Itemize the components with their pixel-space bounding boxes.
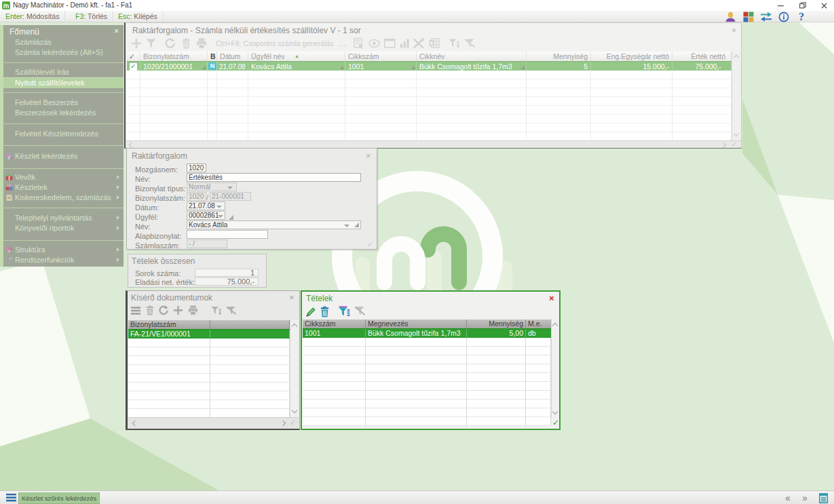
sidebar-item-beszerzesek-lekerdezes[interactable]: Beszerzések lekérdezés (3, 108, 124, 118)
items-column-mennyiseg[interactable]: Mennyiség (467, 319, 526, 328)
sidebar-item-nyitott-szallitolevelek[interactable]: Nyitott szállítólevelek (3, 77, 124, 88)
items-vscrollbar[interactable] (551, 319, 559, 419)
menu-shortcut-modositas[interactable]: Enter: Módosítás (0, 11, 65, 22)
scroll-left-icon[interactable] (129, 142, 134, 148)
lookup-expand-icon[interactable] (354, 222, 359, 227)
window-mode-button[interactable] (384, 39, 396, 48)
docs-selected-row[interactable]: FA-21/VE1/000001 (128, 329, 290, 338)
sidebar-item-keszlet-lekerdezes[interactable]: Készlet lekérdezés (3, 151, 124, 161)
column-header-cikknev[interactable]: Cikknév (417, 52, 527, 61)
sidebar-item-keszletek[interactable]: Készletek (3, 182, 124, 193)
column-header-eng-egysegar[interactable]: Eng.Egységár nettó (591, 52, 672, 61)
taskbar-list-button[interactable] (819, 493, 828, 504)
column-header-cikkszam[interactable]: Cikkszám (345, 52, 417, 61)
docs-column-bizonylatszam[interactable]: Bizonylatszám (128, 320, 210, 329)
scroll-up-icon[interactable] (552, 323, 558, 328)
add-button[interactable] (131, 38, 142, 49)
excel-export-button[interactable] (429, 38, 440, 48)
taskbar-menu-button[interactable] (5, 493, 17, 503)
main-window-close-button[interactable]: × (732, 27, 736, 34)
main-grid-hscrollbar[interactable]: ✓ (126, 140, 741, 148)
scroll-left-icon[interactable] (132, 421, 138, 426)
info-button[interactable] (775, 11, 793, 22)
items-filter-clear-button[interactable] (354, 306, 366, 316)
scroll-right-icon[interactable] (721, 142, 726, 148)
tools-disabled-button[interactable] (413, 38, 425, 49)
datum-select[interactable]: 21.07.08 (187, 201, 225, 210)
lookup-expand-icon[interactable] (229, 215, 233, 220)
bizonylat-tipus-select[interactable]: Normál (187, 182, 237, 191)
column-header-ugyfel-nev[interactable]: Ügyfél név ▲ (248, 52, 345, 61)
menu-shortcut-kilepes[interactable]: Esc: Kilépés (113, 11, 164, 22)
select-all-checkbox[interactable]: ✓ (127, 52, 140, 61)
dialog-ok-icon[interactable]: ✓ (367, 240, 373, 249)
scroll-down-icon[interactable] (292, 408, 297, 413)
ugyfel-select[interactable]: 00002861 (187, 211, 225, 220)
report-button[interactable] (354, 38, 364, 49)
filter-edit-button[interactable] (449, 39, 460, 48)
toolbar-more[interactable]: … (338, 38, 347, 48)
docs-refresh-button[interactable] (158, 305, 168, 315)
delete-button[interactable] (181, 38, 191, 49)
taskbar-prev-icon[interactable]: « (785, 492, 791, 503)
items-panel-close-button[interactable]: × (549, 294, 554, 302)
docs-hscrollbar[interactable]: ✓ (128, 417, 299, 429)
nev-input[interactable] (187, 173, 361, 182)
docs-menu-button[interactable] (130, 306, 141, 315)
docs-panel-close-button[interactable]: × (289, 294, 295, 301)
minimize-button[interactable] (771, 0, 791, 11)
docs-print-button[interactable] (188, 305, 198, 315)
sidebar-item-vevok[interactable]: Vevők (3, 172, 124, 182)
sidebar-item-konyveloi-riportok[interactable]: Könyvelői riportok (3, 223, 124, 233)
refresh-button[interactable] (164, 38, 175, 49)
menu-shortcut-torles[interactable]: F3: Törlés (70, 11, 113, 22)
docs-filter-clear-button[interactable] (226, 306, 237, 315)
sidebar-item-felvetel-keszletrendezes[interactable]: Felvétel Készletrendezés (3, 129, 124, 139)
dialog-close-button[interactable]: × (366, 153, 371, 159)
restore-button[interactable] (793, 0, 813, 11)
modules-button[interactable] (740, 11, 757, 22)
bizonylatszam-prefix-input[interactable] (187, 192, 206, 201)
close-window-button[interactable] (814, 0, 834, 11)
scroll-up-icon[interactable] (734, 55, 739, 60)
sidebar-item-szallitolevel-iras[interactable]: Szállítólevél írás (3, 67, 124, 77)
sidebar-item-kiskereskedelem[interactable]: Kiskereskedelem, számlázás (3, 193, 124, 203)
preview-button[interactable] (368, 39, 380, 48)
transfer-button[interactable] (757, 11, 775, 22)
row-checkbox[interactable]: ✓ (127, 62, 140, 71)
filter-clear-button[interactable] (464, 39, 476, 48)
items-delete-button[interactable] (319, 306, 330, 317)
column-header-b[interactable]: B (208, 52, 217, 61)
help-button[interactable]: ? (793, 11, 810, 22)
docs-vscrollbar[interactable] (290, 320, 299, 417)
docs-filter-edit-button[interactable] (211, 306, 222, 315)
szamlaszam-input[interactable] (187, 239, 227, 248)
scroll-right-icon[interactable] (280, 421, 286, 426)
items-edit-button[interactable] (304, 305, 316, 317)
main-grid-vscrollbar[interactable] (732, 52, 741, 140)
column-header-ertek-netto[interactable]: Érték nettó (672, 52, 732, 61)
docs-column-extra[interactable] (210, 320, 290, 329)
sidebar-item-rendszerfunkciok[interactable]: Rendszerfunkciók (3, 255, 124, 265)
filter-button[interactable] (146, 39, 156, 48)
print-button[interactable] (196, 38, 207, 49)
scroll-down-icon[interactable] (552, 409, 558, 414)
items-selected-row[interactable]: 1001 Bükk Csomagolt tűzifa 1,7m3 5,00 db (303, 328, 551, 338)
column-header-datum[interactable]: Dátum (217, 52, 248, 61)
taskbar-tab-keszlet-szures[interactable]: Készlet szűrés lekérdezés (18, 492, 100, 504)
column-header-bizonylatszam[interactable]: Bizonylatszám (140, 52, 208, 61)
items-column-cikkszam[interactable]: Cikkszám (303, 319, 366, 328)
user-button[interactable] (721, 11, 739, 22)
column-header-mennyiseg[interactable]: Mennyiség (527, 52, 591, 61)
items-column-me[interactable]: M.e. (526, 319, 551, 328)
chart-button[interactable] (400, 38, 410, 48)
alapbizonylat-input[interactable] (187, 230, 268, 239)
items-column-megnevezes[interactable]: Megnevezés (366, 319, 467, 328)
items-apply-icon[interactable]: ✓ (552, 418, 559, 427)
ugyfel-nev-select[interactable]: Kovács Attila (187, 220, 361, 229)
bizonylatszam-number-input[interactable] (210, 192, 251, 201)
scroll-up-icon[interactable] (292, 324, 297, 329)
sidebar-item-struktura[interactable]: Struktúra (3, 245, 124, 255)
mozgasnem-input[interactable] (187, 163, 206, 172)
sidebar-close-button[interactable]: × (114, 26, 119, 36)
